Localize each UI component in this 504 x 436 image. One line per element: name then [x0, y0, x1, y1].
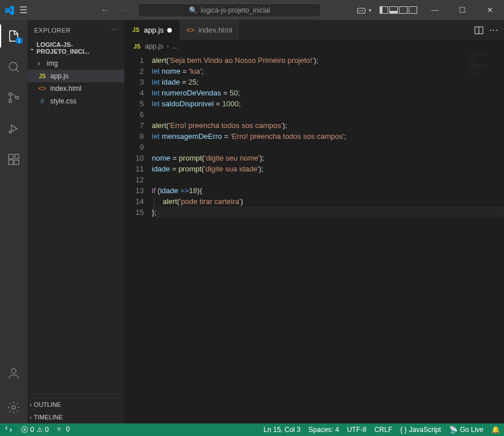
explorer-title: EXPLORER [34, 27, 71, 34]
line-gutter: 123456789101112131415 [124, 53, 152, 423]
copilot-icon[interactable] [356, 6, 366, 15]
remote-indicator[interactable] [0, 425, 17, 433]
svg-point-12 [11, 369, 16, 373]
status-cursor-position[interactable]: Ln 15, Col 3 [260, 426, 305, 434]
status-ports[interactable]: ᯤ0 [53, 425, 74, 433]
svg-rect-9 [9, 160, 13, 165]
svg-point-13 [12, 406, 15, 409]
tab-label: app.js [144, 26, 164, 34]
code-line[interactable]: nome = prompt('digite seu nome'); [152, 153, 504, 163]
window-maximize-icon[interactable]: ☐ [453, 6, 472, 14]
error-icon: ⓧ [21, 425, 28, 435]
explorer-more-icon[interactable]: ⋯ [111, 26, 118, 34]
code-line[interactable]: let saldoDisponivel = 1000; [152, 98, 504, 109]
code-line[interactable] [152, 109, 504, 120]
js-icon: JS [38, 73, 47, 79]
status-bar: ⓧ0 ⚠0 ᯤ0 Ln 15, Col 3 Spaces: 4 UTF-8 CR… [0, 423, 504, 436]
svg-point-7 [9, 131, 11, 133]
status-golive[interactable]: 📡Go Live [445, 426, 487, 434]
activity-settings[interactable] [0, 396, 27, 419]
bell-icon: 🔔 [491, 426, 500, 434]
editor-tab[interactable]: JSapp.js [124, 20, 179, 40]
status-bell[interactable]: 🔔 [487, 426, 504, 434]
layout-panel-icon[interactable] [389, 6, 398, 14]
svg-point-5 [9, 100, 12, 103]
window-minimize-icon[interactable]: — [425, 6, 445, 14]
braces-icon: { } [400, 426, 406, 434]
svg-rect-8 [9, 154, 13, 159]
split-editor-icon[interactable] [474, 26, 483, 34]
file-tree-item[interactable]: <>index.html [27, 82, 124, 95]
js-icon: JS [131, 27, 140, 33]
dirty-indicator-icon [167, 28, 172, 33]
file-label: app.js [50, 72, 68, 80]
layout-sidebar-right-icon[interactable] [399, 6, 408, 14]
project-root[interactable]: ⌄ LOGICA-JS-PROJETO_INICI... [27, 40, 124, 56]
menu-icon[interactable]: ☰ [19, 5, 27, 15]
editor-tab[interactable]: <>index.html [179, 20, 240, 40]
code-editor[interactable]: 123456789101112131415 alert('Seja bem Vi… [124, 53, 504, 423]
activity-extensions[interactable] [0, 148, 27, 171]
activity-accounts[interactable] [0, 362, 27, 385]
svg-rect-0 [357, 8, 365, 13]
search-icon: 🔍 [189, 6, 197, 14]
code-line[interactable]: let numeroDeVendas = 50; [152, 87, 504, 98]
file-label: index.html [50, 85, 82, 93]
svg-point-3 [9, 62, 17, 70]
breadcrumb[interactable]: JS app.js › ... [124, 40, 504, 53]
file-label: style.css [50, 97, 76, 105]
file-tree-item[interactable]: ›img [27, 57, 124, 70]
activity-bar: 1 [0, 20, 27, 423]
status-eol[interactable]: CRLF [370, 426, 396, 434]
layout-sidebar-left-icon[interactable] [380, 6, 388, 14]
activity-source-control[interactable] [0, 86, 27, 109]
code-content[interactable]: alert('Seja bem Vindo ao Nosso Primeiro … [152, 53, 504, 423]
code-line[interactable]: let mensagemDeErro = 'Erro! preencha tod… [152, 131, 504, 142]
code-line[interactable] [152, 142, 504, 153]
code-line[interactable]: if (idade =>18){ [152, 185, 504, 196]
svg-point-1 [360, 10, 361, 11]
file-tree-item[interactable]: #style.css [27, 95, 124, 107]
error-count: 0 [30, 426, 34, 434]
nav-back-icon[interactable]: ← [100, 5, 110, 15]
tab-more-icon[interactable]: ⋯ [489, 25, 498, 35]
code-line[interactable]: let idade = 25; [152, 77, 504, 87]
status-problems[interactable]: ⓧ0 ⚠0 [17, 425, 53, 435]
code-line[interactable] [152, 174, 504, 185]
activity-explorer[interactable]: 1 [0, 25, 27, 47]
activity-run-debug[interactable] [0, 117, 27, 140]
file-label: img [47, 59, 58, 67]
status-language[interactable]: { }JavaScript [396, 426, 445, 434]
breadcrumb-file-icon: JS [132, 43, 142, 50]
status-encoding[interactable]: UTF-8 [343, 426, 370, 434]
timeline-section[interactable]: ›TIMELINE [27, 411, 124, 423]
code-line[interactable]: idade = prompt('digite sua idade'); [152, 163, 504, 174]
outline-section[interactable]: ›OUTLINE [27, 398, 124, 411]
activity-search[interactable] [0, 55, 27, 78]
code-line[interactable]: }; [152, 207, 504, 218]
warning-count: 0 [45, 426, 49, 434]
file-tree-item[interactable]: JSapp.js [27, 70, 124, 82]
explorer-sidebar: EXPLORER ⋯ ⌄ LOGICA-JS-PROJETO_INICI... … [27, 20, 124, 423]
status-indent[interactable]: Spaces: 4 [305, 426, 343, 434]
editor-group: JSapp.js<>index.html ⋯ JS app.js › ... 1… [124, 20, 504, 423]
radio-icon: ᯤ [57, 425, 63, 433]
svg-point-6 [16, 97, 19, 99]
code-line[interactable]: │ alert('pode tirar carteira') [152, 196, 504, 207]
broadcast-icon: 📡 [449, 426, 458, 434]
window-close-icon[interactable]: ✕ [480, 6, 499, 14]
code-line[interactable]: alert('Erro! preencha todos sos campos')… [152, 120, 504, 131]
code-line[interactable]: alert('Seja bem Vindo ao Nosso Primeiro … [152, 55, 504, 66]
ports-count: 0 [66, 425, 70, 433]
svg-rect-10 [14, 160, 19, 165]
outline-label: OUTLINE [34, 401, 61, 408]
html-icon: <> [38, 85, 47, 93]
file-tree: ›imgJSapp.js<>index.html#style.css [27, 56, 124, 109]
command-center-search[interactable]: 🔍 logica-js-projeto_inicial [138, 3, 321, 17]
nav-forward-icon[interactable]: → [120, 5, 129, 15]
tab-label: index.html [199, 26, 232, 34]
layout-controls[interactable] [380, 6, 417, 14]
vscode-logo-icon [5, 5, 15, 15]
code-line[interactable]: let nome = 'lua'; [152, 66, 504, 77]
layout-custom-icon[interactable] [409, 6, 417, 14]
